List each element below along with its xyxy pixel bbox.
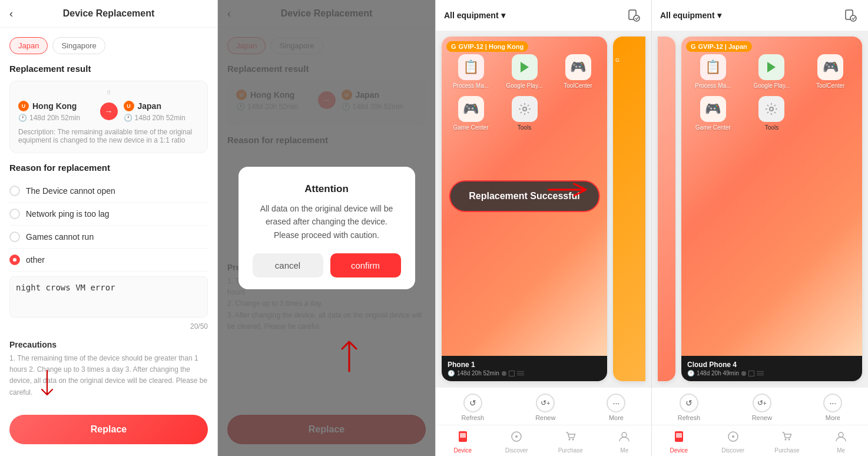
- radio-games-run[interactable]: [9, 232, 20, 242]
- device-tab-icon: [456, 430, 469, 446]
- refresh-icon: ↺: [463, 394, 482, 412]
- to-device: U Japan 🕐 148d 20h 52min: [124, 101, 200, 122]
- modal-buttons: cancel confirm: [253, 253, 401, 277]
- tab-discover[interactable]: Discover: [502, 430, 531, 454]
- tab-me[interactable]: Me: [609, 430, 639, 454]
- app-icon-process: 📋: [458, 54, 484, 80]
- reason-games-run[interactable]: Games cannot run: [9, 226, 208, 249]
- svg-point-8: [568, 439, 570, 441]
- drag-handle: ⠿: [18, 90, 199, 96]
- country-singapore[interactable]: Singapore: [52, 37, 105, 54]
- panel4-tab-discover[interactable]: Discover: [718, 430, 748, 454]
- replace-button[interactable]: Replace: [9, 415, 208, 444]
- reason-textarea[interactable]: [9, 276, 208, 318]
- panel4-app-icon-google: [758, 54, 784, 80]
- radio-network-ping[interactable]: [9, 209, 20, 219]
- from-device-name: U Hong Kong: [18, 101, 94, 111]
- panel3-gvip-badge: G GVIP-12 | Hong Kong: [446, 41, 528, 52]
- me-tab-icon: [618, 430, 631, 446]
- reason-section: Reason for replacement The Device cannot…: [9, 163, 208, 331]
- panel4-discover-tab-icon: [727, 430, 740, 446]
- panel4-tab-device[interactable]: Device: [664, 430, 694, 454]
- panel4-app-icon-process: 📋: [700, 54, 726, 80]
- app-toolcenter[interactable]: 🎮 ToolCenter: [555, 54, 601, 89]
- svg-rect-5: [460, 433, 466, 438]
- char-count: 20/50: [9, 322, 208, 331]
- panel4-partial-phone-left: [658, 37, 675, 381]
- panel4-phone-screen: G GVIP-12 | Japan 📋 Process Ma... Google…: [681, 37, 862, 356]
- svg-point-3: [523, 107, 526, 111]
- panel3-partial-phone: G: [613, 37, 645, 381]
- panel3-header: All equipment ▾: [436, 0, 651, 31]
- panel4-phone-footer: Cloud Phone 4 🕐 148d 20h 49min: [681, 356, 862, 381]
- panel4-renew-icon: ↺+: [753, 394, 771, 412]
- svg-point-12: [850, 15, 856, 21]
- to-device-name: U Japan: [124, 101, 200, 111]
- panel4-app-google[interactable]: Google Play...: [746, 54, 798, 89]
- panel4-tab-me-label: Me: [837, 447, 845, 454]
- svg-rect-16: [676, 433, 682, 438]
- precautions-title: Precautions: [9, 340, 208, 349]
- modal-confirm-button[interactable]: confirm: [330, 253, 401, 277]
- radio-other[interactable]: [9, 255, 20, 265]
- radio-device-open[interactable]: [9, 186, 20, 196]
- panel4-renew-label: Renew: [752, 414, 772, 421]
- from-device: U Hong Kong 🕐 148d 20h 52min: [18, 101, 94, 122]
- reason-other[interactable]: other: [9, 249, 208, 272]
- back-button[interactable]: ‹: [9, 8, 13, 20]
- panel-1-header: ‹ Device Replacement: [0, 0, 217, 28]
- panel3-equipment-dropdown[interactable]: All equipment ▾: [444, 11, 505, 20]
- app-name-tool: ToolCenter: [564, 82, 592, 89]
- panel4-tab-discover-label: Discover: [721, 447, 744, 454]
- panel4-app-game[interactable]: 🎮 Game Center: [687, 96, 739, 131]
- panel4-app-name-process: Process Ma...: [695, 82, 731, 89]
- action-renew[interactable]: ↺+ Renew: [535, 394, 555, 421]
- panel4-app-process[interactable]: 📋 Process Ma...: [687, 54, 739, 89]
- panel4-action-renew[interactable]: ↺+ Renew: [752, 394, 772, 421]
- action-refresh[interactable]: ↺ Refresh: [462, 394, 485, 421]
- panel-4: All equipment ▾ G GVIP-12 | Japan: [652, 0, 868, 456]
- panel4-tab-me[interactable]: Me: [826, 430, 856, 454]
- panel4-tab-purchase-label: Purchase: [774, 447, 799, 454]
- country-japan[interactable]: Japan: [9, 37, 48, 54]
- app-icon-game: 🎮: [458, 96, 484, 122]
- action-more[interactable]: ··· More: [607, 394, 625, 421]
- modal-cancel-button[interactable]: cancel: [253, 253, 323, 277]
- panel4-app-toolcenter[interactable]: 🎮 ToolCenter: [804, 54, 856, 89]
- svg-point-1: [634, 15, 640, 21]
- svg-marker-13: [767, 62, 776, 72]
- panel4-phone-time: 🕐 148d 20h 49min: [687, 370, 764, 376]
- panel-2: ‹ Device Replacement Japan Singapore Rep…: [218, 0, 436, 456]
- device-row: U Hong Kong 🕐 148d 20h 52min → U Japan: [18, 101, 199, 122]
- panel3-header-icon[interactable]: [624, 6, 643, 25]
- app-name-tools: Tools: [518, 124, 531, 131]
- app-process-manager[interactable]: 📋 Process Ma...: [448, 54, 494, 89]
- panel4-tab-purchase[interactable]: Purchase: [772, 430, 801, 454]
- reason-device-open[interactable]: The Device cannot open: [9, 180, 208, 203]
- panel3-phone-time: 🕐 148d 20h 52min: [448, 370, 524, 376]
- panel4-equipment-dropdown[interactable]: All equipment ▾: [660, 11, 721, 20]
- app-game-center[interactable]: 🎮 Game Center: [448, 96, 494, 131]
- reason-network-ping[interactable]: Network ping is too lag: [9, 203, 208, 226]
- app-icon-google: [512, 54, 538, 80]
- app-google-play[interactable]: Google Play...: [501, 54, 548, 89]
- tab-device[interactable]: Device: [448, 430, 478, 454]
- panel4-action-refresh[interactable]: ↺ Refresh: [678, 394, 701, 421]
- app-tools[interactable]: Tools: [501, 96, 548, 131]
- app-icon-tool: 🎮: [565, 54, 591, 80]
- panel4-app-tools[interactable]: Tools: [746, 96, 798, 131]
- panel4-chevron-down-icon: ▾: [717, 11, 721, 20]
- panel4-footer-square: [748, 371, 754, 376]
- app-icon-tools: [512, 96, 538, 122]
- panel4-header-icon[interactable]: [841, 6, 860, 25]
- action-refresh-label: Refresh: [462, 414, 485, 421]
- tab-purchase[interactable]: Purchase: [556, 430, 585, 454]
- panel4-action-more[interactable]: ··· More: [823, 394, 842, 421]
- panel3-phones-area: G GVIP-12 | Hong Kong 📋 Process Ma... Go…: [436, 31, 651, 387]
- panel4-tab-bar: Device Discover Purchase Me: [652, 425, 868, 456]
- panel3-footer-square: [509, 371, 515, 376]
- action-renew-label: Renew: [535, 414, 555, 421]
- from-device-badge: U: [18, 101, 29, 111]
- modal-body: All data on the original device will be …: [253, 202, 401, 242]
- svg-point-21: [839, 432, 843, 437]
